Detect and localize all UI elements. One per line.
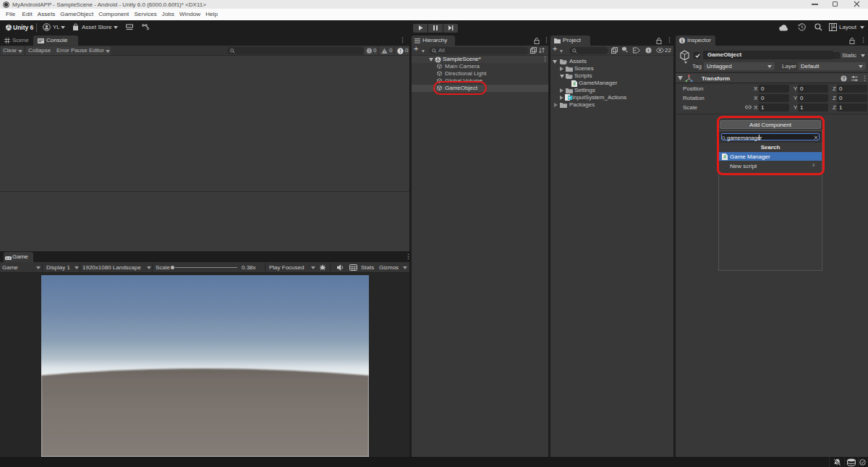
svg-text:?: ? [843, 76, 846, 81]
svg-text:!: ! [399, 49, 401, 54]
svg-text:#: # [573, 81, 576, 86]
svg-text:!: ! [648, 49, 650, 53]
